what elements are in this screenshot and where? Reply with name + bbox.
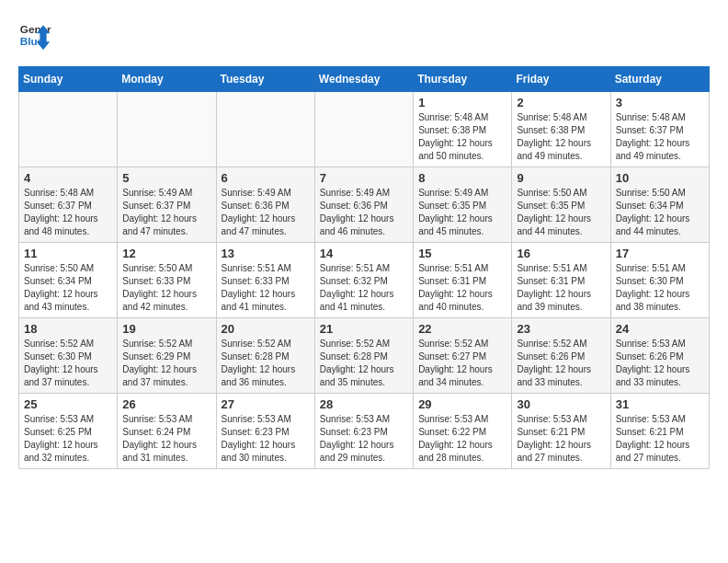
calendar-cell: 18Sunrise: 5:52 AM Sunset: 6:30 PM Dayli… [19,318,118,394]
day-number: 9 [517,171,605,185]
calendar-cell [314,92,413,167]
day-number: 18 [24,322,112,336]
weekday-header-thursday: Thursday [414,67,512,92]
calendar-cell: 25Sunrise: 5:53 AM Sunset: 6:25 PM Dayli… [19,394,118,469]
calendar-cell: 3Sunrise: 5:48 AM Sunset: 6:37 PM Daylig… [610,92,709,167]
calendar-cell: 6Sunrise: 5:49 AM Sunset: 6:36 PM Daylig… [216,167,314,243]
calendar-cell: 17Sunrise: 5:51 AM Sunset: 6:30 PM Dayli… [610,243,709,318]
weekday-header-wednesday: Wednesday [314,67,413,92]
logo-icon: General Blue [18,18,51,52]
day-info: Sunrise: 5:53 AM Sunset: 6:25 PM Dayligh… [24,413,112,465]
calendar-cell: 13Sunrise: 5:51 AM Sunset: 6:33 PM Dayli… [216,243,314,318]
calendar-cell: 31Sunrise: 5:53 AM Sunset: 6:21 PM Dayli… [610,394,709,469]
week-row-1: 1Sunrise: 5:48 AM Sunset: 6:38 PM Daylig… [19,92,710,167]
day-info: Sunrise: 5:53 AM Sunset: 6:22 PM Dayligh… [418,413,506,465]
day-number: 27 [222,397,310,411]
day-info: Sunrise: 5:51 AM Sunset: 6:32 PM Dayligh… [320,262,408,314]
day-number: 31 [616,397,704,411]
day-number: 2 [517,96,605,109]
day-number: 17 [616,247,704,260]
calendar-cell: 26Sunrise: 5:53 AM Sunset: 6:24 PM Dayli… [118,394,216,469]
calendar-cell: 4Sunrise: 5:48 AM Sunset: 6:37 PM Daylig… [19,167,118,243]
day-info: Sunrise: 5:48 AM Sunset: 6:37 PM Dayligh… [24,187,112,238]
header-row: SundayMondayTuesdayWednesdayThursdayFrid… [19,67,710,92]
day-number: 23 [517,322,605,336]
calendar-cell: 10Sunrise: 5:50 AM Sunset: 6:34 PM Dayli… [610,167,709,243]
day-info: Sunrise: 5:49 AM Sunset: 6:35 PM Dayligh… [418,187,506,238]
day-info: Sunrise: 5:53 AM Sunset: 6:26 PM Dayligh… [616,338,704,389]
day-number: 30 [517,397,605,411]
calendar-cell: 12Sunrise: 5:50 AM Sunset: 6:33 PM Dayli… [118,243,216,318]
day-number: 22 [418,322,506,336]
calendar-cell: 1Sunrise: 5:48 AM Sunset: 6:38 PM Daylig… [414,92,512,167]
week-row-2: 4Sunrise: 5:48 AM Sunset: 6:37 PM Daylig… [19,167,710,243]
day-info: Sunrise: 5:49 AM Sunset: 6:36 PM Dayligh… [222,187,310,238]
calendar-cell: 14Sunrise: 5:51 AM Sunset: 6:32 PM Dayli… [314,243,413,318]
day-info: Sunrise: 5:48 AM Sunset: 6:38 PM Dayligh… [517,111,605,163]
day-number: 7 [320,171,408,185]
day-info: Sunrise: 5:51 AM Sunset: 6:30 PM Dayligh… [616,262,704,314]
calendar-cell: 30Sunrise: 5:53 AM Sunset: 6:21 PM Dayli… [512,394,610,469]
day-info: Sunrise: 5:53 AM Sunset: 6:24 PM Dayligh… [122,413,210,465]
day-info: Sunrise: 5:53 AM Sunset: 6:23 PM Dayligh… [320,413,408,465]
day-number: 16 [517,247,605,260]
svg-text:General: General [20,23,51,35]
day-info: Sunrise: 5:52 AM Sunset: 6:26 PM Dayligh… [517,338,605,389]
weekday-header-monday: Monday [118,67,216,92]
calendar-cell: 23Sunrise: 5:52 AM Sunset: 6:26 PM Dayli… [512,318,610,394]
day-info: Sunrise: 5:52 AM Sunset: 6:28 PM Dayligh… [320,338,408,389]
calendar-cell: 27Sunrise: 5:53 AM Sunset: 6:23 PM Dayli… [216,394,314,469]
calendar-cell: 11Sunrise: 5:50 AM Sunset: 6:34 PM Dayli… [19,243,118,318]
calendar-cell: 19Sunrise: 5:52 AM Sunset: 6:29 PM Dayli… [118,318,216,394]
calendar-cell [19,92,118,167]
day-info: Sunrise: 5:49 AM Sunset: 6:36 PM Dayligh… [320,187,408,238]
day-info: Sunrise: 5:50 AM Sunset: 6:35 PM Dayligh… [517,187,605,238]
day-info: Sunrise: 5:49 AM Sunset: 6:37 PM Dayligh… [122,187,210,238]
day-info: Sunrise: 5:53 AM Sunset: 6:21 PM Dayligh… [517,413,605,465]
day-number: 11 [24,247,112,260]
day-number: 24 [616,322,704,336]
day-info: Sunrise: 5:48 AM Sunset: 6:38 PM Dayligh… [418,111,506,163]
day-info: Sunrise: 5:52 AM Sunset: 6:29 PM Dayligh… [122,338,210,389]
weekday-header-saturday: Saturday [610,67,709,92]
calendar-cell: 2Sunrise: 5:48 AM Sunset: 6:38 PM Daylig… [512,92,610,167]
day-number: 15 [418,247,506,260]
day-info: Sunrise: 5:52 AM Sunset: 6:28 PM Dayligh… [222,338,310,389]
day-number: 21 [320,322,408,336]
day-number: 3 [616,96,704,109]
day-info: Sunrise: 5:51 AM Sunset: 6:31 PM Dayligh… [517,262,605,314]
calendar-cell: 9Sunrise: 5:50 AM Sunset: 6:35 PM Daylig… [512,167,610,243]
calendar-cell [216,92,314,167]
calendar-cell: 20Sunrise: 5:52 AM Sunset: 6:28 PM Dayli… [216,318,314,394]
day-number: 26 [122,397,210,411]
day-number: 4 [24,171,112,185]
logo: General Blue [18,18,51,52]
day-info: Sunrise: 5:53 AM Sunset: 6:23 PM Dayligh… [222,413,310,465]
calendar-cell: 28Sunrise: 5:53 AM Sunset: 6:23 PM Dayli… [314,394,413,469]
day-number: 12 [122,247,210,260]
weekday-header-friday: Friday [512,67,610,92]
weekday-header-sunday: Sunday [19,67,118,92]
calendar-cell: 22Sunrise: 5:52 AM Sunset: 6:27 PM Dayli… [414,318,512,394]
day-info: Sunrise: 5:51 AM Sunset: 6:33 PM Dayligh… [222,262,310,314]
calendar-cell: 16Sunrise: 5:51 AM Sunset: 6:31 PM Dayli… [512,243,610,318]
day-number: 20 [222,322,310,336]
day-info: Sunrise: 5:50 AM Sunset: 6:34 PM Dayligh… [616,187,704,238]
day-number: 13 [222,247,310,260]
week-row-3: 11Sunrise: 5:50 AM Sunset: 6:34 PM Dayli… [19,243,710,318]
day-number: 29 [418,397,506,411]
day-number: 6 [222,171,310,185]
calendar-cell: 8Sunrise: 5:49 AM Sunset: 6:35 PM Daylig… [414,167,512,243]
day-number: 8 [418,171,506,185]
day-number: 5 [122,171,210,185]
day-info: Sunrise: 5:50 AM Sunset: 6:33 PM Dayligh… [122,262,210,314]
day-number: 14 [320,247,408,260]
day-number: 10 [616,171,704,185]
page-header: General Blue [18,18,710,52]
calendar-cell [118,92,216,167]
day-number: 25 [24,397,112,411]
calendar-cell: 7Sunrise: 5:49 AM Sunset: 6:36 PM Daylig… [314,167,413,243]
calendar-cell: 29Sunrise: 5:53 AM Sunset: 6:22 PM Dayli… [414,394,512,469]
calendar-cell: 24Sunrise: 5:53 AM Sunset: 6:26 PM Dayli… [610,318,709,394]
day-info: Sunrise: 5:48 AM Sunset: 6:37 PM Dayligh… [616,111,704,163]
